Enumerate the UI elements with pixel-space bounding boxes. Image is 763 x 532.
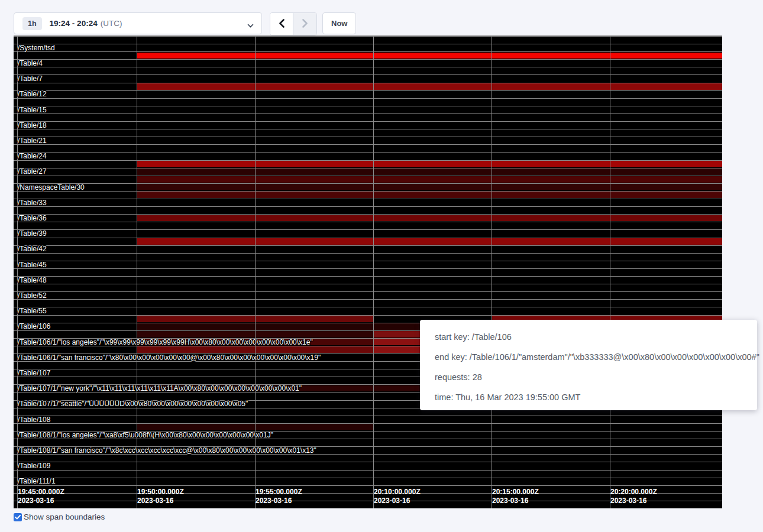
heatmap-band[interactable] xyxy=(255,83,373,90)
row-label: /Table/106 xyxy=(18,323,50,330)
heatmap-band[interactable] xyxy=(137,83,255,90)
heatmap-band[interactable] xyxy=(137,238,255,245)
heatmap-band[interactable] xyxy=(492,238,610,245)
time-gridline xyxy=(610,35,610,508)
heatmap-band[interactable] xyxy=(255,424,373,430)
chevron-down-icon xyxy=(247,21,253,27)
heatmap-band[interactable] xyxy=(492,176,610,183)
previous-interval-button[interactable] xyxy=(270,13,293,35)
row-label: /Table/24 xyxy=(18,153,47,160)
heatmap-band[interactable] xyxy=(255,215,373,222)
heatmap-band[interactable] xyxy=(255,323,373,330)
heatmap-band[interactable] xyxy=(373,168,492,175)
heatmap-band[interactable] xyxy=(137,331,255,338)
heatmap-band[interactable] xyxy=(492,215,610,222)
heatmap-band[interactable] xyxy=(255,238,373,245)
heatmap-band[interactable] xyxy=(255,316,373,322)
heatmap-band[interactable] xyxy=(492,161,610,167)
heatmap-band[interactable] xyxy=(255,176,373,183)
heatmap-band[interactable] xyxy=(492,168,610,175)
tooltip-end-key: end key: /Table/106/1/"amsterdam"/"\xb33… xyxy=(435,347,742,367)
heatmap-band[interactable] xyxy=(137,215,255,222)
row-label: /Table/109 xyxy=(18,462,50,470)
heatmap-band[interactable] xyxy=(255,331,373,338)
row-label: /Table/106/1/"los angeles"/"\x99\x99\x99… xyxy=(18,339,313,346)
now-button[interactable]: Now xyxy=(322,12,356,34)
row-label: /Table/52 xyxy=(18,292,47,300)
heatmap-band[interactable] xyxy=(610,176,722,183)
heatmap-band[interactable] xyxy=(255,184,373,190)
heatmap-band[interactable] xyxy=(610,215,722,222)
timezone-label: (UTC) xyxy=(101,19,122,28)
heatmap-band[interactable] xyxy=(610,168,722,175)
time-gridline xyxy=(373,35,374,508)
heatmap-band[interactable] xyxy=(137,424,255,430)
time-nav-group xyxy=(270,12,317,35)
heatmap-band[interactable] xyxy=(137,184,255,190)
chevron-left-icon xyxy=(279,19,285,30)
heatmap-band[interactable] xyxy=(255,346,373,353)
heatmap-band[interactable] xyxy=(492,83,610,90)
heatmap-band[interactable] xyxy=(610,53,722,59)
heatmap-band[interactable] xyxy=(255,168,373,175)
axis-time: 19:50:00.000Z xyxy=(137,488,184,497)
heatmap-band[interactable] xyxy=(610,184,722,190)
heatmap-band[interactable] xyxy=(255,161,373,167)
heatmap-band[interactable] xyxy=(137,161,255,167)
heatmap-band[interactable] xyxy=(137,316,255,322)
axis-date: 2023-03-16 xyxy=(256,497,302,505)
heatmap-band[interactable] xyxy=(373,83,492,90)
row-label: /Table/108 xyxy=(18,416,50,424)
axis-time: 19:55:00.000Z xyxy=(256,488,302,497)
row-label: /Table/107/1/"seattle"/"UUUUUUD\x00\x80\… xyxy=(18,400,248,408)
heatmap-band[interactable] xyxy=(255,53,373,59)
axis-date: 2023-03-16 xyxy=(18,497,64,505)
tooltip-requests: requests: 28 xyxy=(435,367,742,387)
heatmap-band[interactable] xyxy=(492,184,610,190)
heatmap-tooltip: start key: /Table/106 end key: /Table/10… xyxy=(420,320,757,410)
heatmap-band[interactable] xyxy=(610,161,722,167)
heatmap-band[interactable] xyxy=(255,192,373,198)
heatmap-band[interactable] xyxy=(610,83,722,90)
heatmap-band[interactable] xyxy=(373,161,492,167)
row-label: /Table/108/1/"los angeles"/"\xa8\xf5\u00… xyxy=(18,432,273,439)
heatmap-band[interactable] xyxy=(137,192,255,198)
show-span-boundaries-toggle[interactable]: Show span boundaries xyxy=(14,512,105,521)
heatmap-band[interactable] xyxy=(492,192,610,198)
heatmap-band[interactable] xyxy=(373,215,492,222)
heatmap-band[interactable] xyxy=(373,184,492,190)
row-label: /Table/18 xyxy=(18,122,47,129)
time-range-picker[interactable]: 1h 19:24 - 20:24 (UTC) xyxy=(14,12,262,34)
row-label: /Table/107 xyxy=(18,369,50,377)
axis-date: 2023-03-16 xyxy=(610,497,657,505)
heatmap-canvas[interactable]: /System/tsd/Table/4/Table/7/Table/12/Tab… xyxy=(14,35,722,508)
heatmap-band[interactable] xyxy=(373,176,492,183)
show-span-boundaries-label: Show span boundaries xyxy=(24,512,105,521)
axis-time: 19:45:00.000Z xyxy=(18,488,64,497)
row-label: /Table/12 xyxy=(18,90,47,98)
next-interval-button[interactable] xyxy=(293,13,316,35)
heatmap-band[interactable] xyxy=(137,323,255,330)
heatmap-band[interactable] xyxy=(137,346,255,353)
heatmap-band[interactable] xyxy=(137,168,255,175)
heatmap-band[interactable] xyxy=(492,53,610,59)
heatmap-band[interactable] xyxy=(610,192,722,198)
heatmap-band[interactable] xyxy=(137,53,255,59)
tooltip-time: time: Thu, 16 Mar 2023 19:55:00 GMT xyxy=(435,387,742,407)
row-label: /Table/27 xyxy=(18,168,47,176)
axis-tick-label: 20:10:00.000Z2023-03-16 xyxy=(374,488,421,505)
heatmap-band[interactable] xyxy=(373,192,492,198)
checked-checkbox-icon[interactable] xyxy=(14,513,22,521)
duration-chip[interactable]: 1h xyxy=(22,17,42,30)
heatmap-band[interactable] xyxy=(137,176,255,183)
heatmap-band[interactable] xyxy=(373,53,492,59)
heatmap-band[interactable] xyxy=(610,238,722,245)
row-label: /Table/4 xyxy=(18,60,43,67)
heatmap-band[interactable] xyxy=(373,238,492,245)
axis-tick-label: 19:50:00.000Z2023-03-16 xyxy=(137,488,184,505)
time-range-label: 19:24 - 20:24 xyxy=(50,19,98,28)
row-label: /System/tsd xyxy=(18,44,55,52)
row-label: /Table/21 xyxy=(18,137,47,145)
row-label: /Table/111/1 xyxy=(18,478,56,485)
chevron-right-icon xyxy=(302,19,308,30)
